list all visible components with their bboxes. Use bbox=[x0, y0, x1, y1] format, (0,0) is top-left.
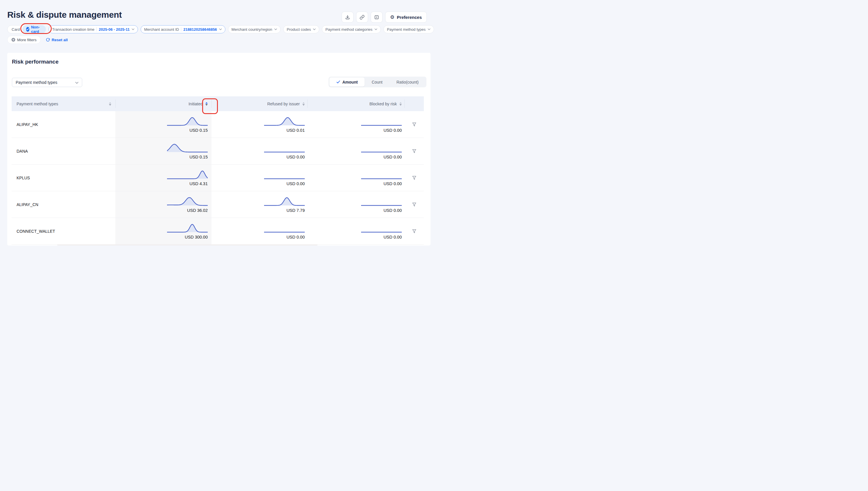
col-label: Refused by issuer bbox=[267, 102, 300, 106]
row-actions-cell bbox=[404, 111, 424, 138]
filter-funnel-icon[interactable] bbox=[412, 229, 416, 233]
sort-icon[interactable] bbox=[302, 102, 305, 106]
info-button[interactable] bbox=[371, 11, 383, 23]
info-icon bbox=[374, 15, 379, 20]
column-divider bbox=[307, 99, 308, 108]
col-header-refused-by-issuer[interactable]: Refused by issuer bbox=[212, 96, 307, 111]
sparkline-chart bbox=[264, 170, 305, 179]
metric-cell: USD 36.02 bbox=[115, 191, 212, 218]
sparkline-chart bbox=[167, 223, 208, 233]
reset-all-button[interactable]: Reset all bbox=[46, 38, 68, 42]
sparkline-chart bbox=[264, 223, 305, 233]
chip-value: 2188120258646856 bbox=[183, 27, 217, 32]
row-name: CONNECT_WALLET bbox=[11, 218, 115, 244]
sparkline-chart bbox=[167, 143, 208, 153]
table-row: ALIPAY_CN USD 36.02 USD 7.79 USD 0.00 bbox=[11, 191, 424, 218]
sparkline-chart bbox=[361, 170, 402, 179]
chip-label: Transaction creation time bbox=[52, 27, 94, 32]
header-actions: ⚙ Preferences bbox=[342, 11, 427, 23]
check-icon bbox=[336, 80, 340, 84]
filter-chip-product-codes[interactable]: Product codes bbox=[283, 25, 319, 33]
chip-divider bbox=[97, 27, 97, 31]
sparkline-chart bbox=[361, 143, 402, 153]
filter-funnel-icon[interactable] bbox=[412, 176, 416, 180]
filter-bar-secondary: More filters Reset all bbox=[7, 36, 68, 44]
segment-non-card[interactable]: Non-card bbox=[22, 25, 46, 33]
row-name: KPLUS bbox=[11, 165, 115, 191]
sort-icon[interactable] bbox=[400, 102, 402, 106]
sparkline-chart bbox=[167, 116, 208, 126]
filter-chip-payment-method-types[interactable]: Payment method types bbox=[383, 25, 434, 33]
group-by-value: Payment method types bbox=[16, 80, 57, 85]
filter-funnel-icon[interactable] bbox=[412, 203, 416, 207]
reset-all-label: Reset all bbox=[52, 38, 68, 42]
group-by-select[interactable]: Payment method types bbox=[12, 78, 82, 87]
filter-chip-payment-method-categories[interactable]: Payment method categories bbox=[322, 25, 381, 33]
sort-icon[interactable] bbox=[109, 102, 111, 106]
table-row: CONNECT_WALLET USD 300.00 USD 0.00 USD 0… bbox=[11, 218, 424, 244]
segment-non-card-label: Non-card bbox=[31, 25, 42, 34]
table-row: DANA USD 0.15 USD 0.00 USD 0.00 bbox=[11, 138, 424, 165]
plus-circle-icon bbox=[11, 38, 16, 42]
panel-title: Risk performance bbox=[12, 59, 59, 65]
metric-cell: USD 0.15 bbox=[115, 138, 212, 164]
more-filters-button[interactable]: More filters bbox=[7, 36, 41, 44]
risk-table: Payment method types Initiated Refused b… bbox=[11, 96, 424, 244]
chip-label: Merchant account ID bbox=[144, 27, 179, 32]
chevron-down-icon bbox=[375, 28, 377, 30]
metric-cell: USD 0.01 bbox=[212, 111, 307, 138]
tab-ratio-count[interactable]: Ratio(count) bbox=[389, 78, 426, 86]
metric-value: USD 0.00 bbox=[287, 235, 305, 239]
metric-value: USD 0.15 bbox=[189, 128, 208, 133]
col-label: Initiated bbox=[189, 102, 203, 106]
metric-cell: USD 0.00 bbox=[212, 165, 307, 191]
card-type-segmented: Card Non-card bbox=[7, 25, 46, 33]
metric-value: USD 0.15 bbox=[189, 155, 208, 159]
metric-value: USD 7.79 bbox=[287, 208, 305, 213]
preferences-button[interactable]: ⚙ Preferences bbox=[385, 11, 427, 23]
chevron-down-icon bbox=[274, 28, 277, 30]
reset-icon bbox=[46, 38, 50, 42]
horizontal-scrollbar[interactable] bbox=[57, 244, 318, 246]
segment-card[interactable]: Card bbox=[7, 25, 25, 33]
chevron-down-icon bbox=[132, 28, 135, 30]
chevron-down-icon bbox=[219, 28, 222, 30]
sparkline-chart bbox=[264, 143, 305, 153]
metric-value: USD 0.00 bbox=[383, 128, 402, 133]
filter-chip-transaction-creation-time[interactable]: Transaction creation time2025-06 - 2025-… bbox=[49, 25, 138, 33]
col-header-initiated[interactable]: Initiated bbox=[115, 96, 212, 111]
share-link-button[interactable] bbox=[356, 11, 368, 23]
chip-label: Payment method types bbox=[387, 27, 426, 32]
metric-value: USD 300.00 bbox=[185, 235, 208, 239]
col-header-blocked-by-risk[interactable]: Blocked by risk bbox=[307, 96, 404, 111]
filter-chip-merchant-account-id[interactable]: Merchant account ID2188120258646856 bbox=[141, 25, 225, 33]
risk-performance-panel: Risk performance Payment method types Am… bbox=[7, 53, 431, 246]
metric-cell: USD 0.00 bbox=[307, 111, 404, 138]
sort-icon-initiated[interactable] bbox=[206, 102, 208, 106]
filter-funnel-icon[interactable] bbox=[412, 122, 416, 126]
metric-value: USD 0.00 bbox=[383, 208, 402, 213]
metric-tabs: Amount Count Ratio(count) bbox=[329, 77, 427, 87]
metric-cell: USD 7.79 bbox=[212, 191, 307, 218]
tab-amount[interactable]: Amount bbox=[329, 78, 364, 86]
col-header-actions bbox=[404, 96, 424, 111]
sparkline-chart bbox=[361, 223, 402, 233]
chip-label: Merchant country/region bbox=[232, 27, 272, 32]
row-actions-cell bbox=[404, 165, 424, 191]
filter-chip-merchant-country-region[interactable]: Merchant country/region bbox=[228, 25, 281, 33]
table-body: ALIPAY_HK USD 0.15 USD 0.01 USD 0.00 DAN… bbox=[11, 111, 424, 244]
table-row: KPLUS USD 4.31 USD 0.00 USD 0.00 bbox=[11, 165, 424, 191]
preferences-label: Preferences bbox=[397, 15, 422, 20]
col-label: Blocked by risk bbox=[370, 102, 397, 106]
download-button[interactable] bbox=[342, 11, 354, 23]
more-filters-label: More filters bbox=[17, 38, 36, 42]
tab-count[interactable]: Count bbox=[364, 78, 389, 86]
metric-value: USD 0.00 bbox=[383, 181, 402, 186]
filter-bar: Card Non-card Transaction creation time2… bbox=[7, 25, 434, 33]
row-actions-cell bbox=[404, 138, 424, 164]
row-actions-cell bbox=[404, 218, 424, 244]
filter-funnel-icon[interactable] bbox=[412, 149, 416, 153]
row-name: ALIPAY_HK bbox=[11, 111, 115, 138]
metric-value: USD 0.00 bbox=[383, 155, 402, 159]
col-header-payment-method-types[interactable]: Payment method types bbox=[11, 96, 115, 111]
